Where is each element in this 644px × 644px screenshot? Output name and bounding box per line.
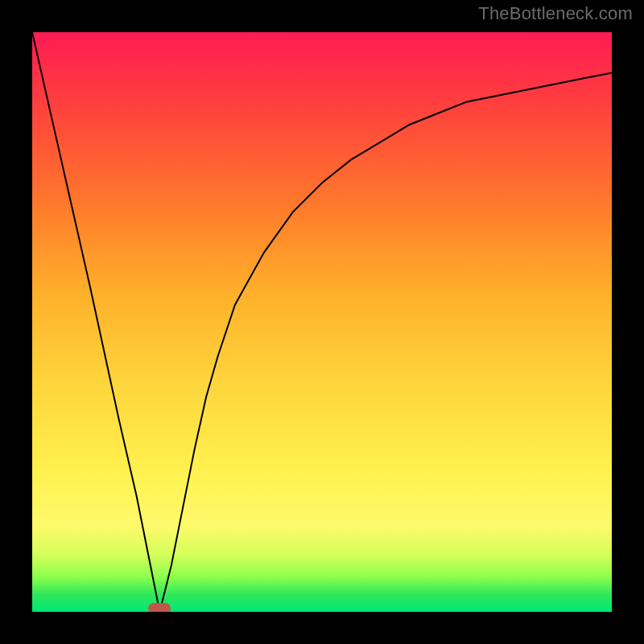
curve-svg xyxy=(32,32,612,612)
plot-area xyxy=(32,32,612,612)
watermark-text: TheBottleneck.com xyxy=(478,3,633,24)
bottleneck-curve-path xyxy=(32,32,612,612)
chart-frame: TheBottleneck.com xyxy=(0,0,644,644)
minimum-marker xyxy=(148,603,171,612)
